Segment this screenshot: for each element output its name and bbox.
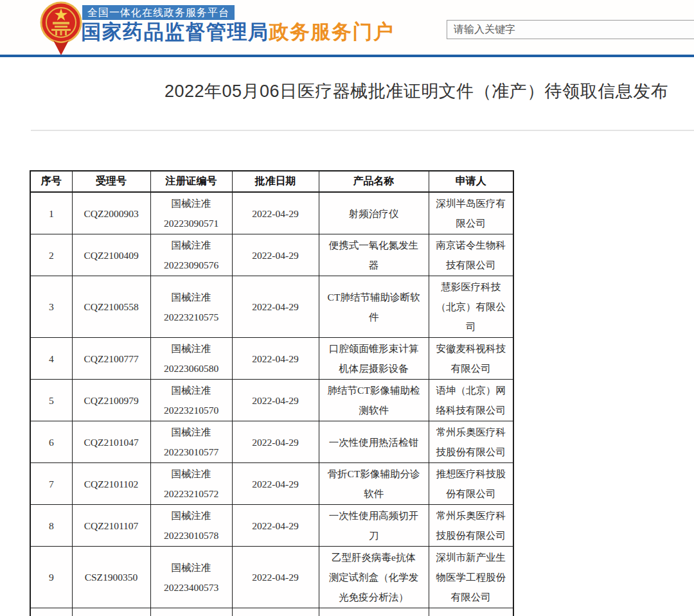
cell-applicant: 深圳半岛医疗有 限公司 <box>429 192 513 234</box>
cell-product-name: 口腔颌面锥形束计算 机体层摄影设备 <box>319 338 429 380</box>
title-divider <box>31 130 694 131</box>
column-header-seq: 序号 <box>30 171 72 192</box>
cell-seq: 6 <box>30 421 72 463</box>
cell-approval-date: 2022-04-29 <box>232 547 319 608</box>
table-row: 4CQZ2100777国械注准 202230605802022-04-29口腔颌… <box>30 338 513 380</box>
cell-applicant: 常州乐奥医疗科 技股份有限公司 <box>429 505 513 547</box>
cell-applicant: 语坤（北京）网 络科技有限公司 <box>429 380 513 421</box>
table-header-row: 序号 受理号 注册证编号 批准日期 产品名称 申请人 <box>30 171 513 192</box>
cell-registration-no: 国械注准 20223090571 <box>150 192 232 234</box>
cell-acceptance-no: CQZ2101047 <box>72 421 150 463</box>
site-header: 全国一体化在线政务服务平台 国家药品监督管理局政务服务门户 <box>0 0 694 55</box>
cell-acceptance-no: CQZ2100558 <box>72 276 150 338</box>
column-header-acceptance-no: 受理号 <box>72 171 150 192</box>
portal-name: 政务服务门户 <box>269 21 395 43</box>
cell-product-name: 肺结节CT影像辅助检 测软件 <box>319 380 429 421</box>
cell-registration-no: 国械注准 20223210572 <box>150 463 232 505</box>
table-row: 2CQZ2100409国械注准 202230905762022-04-29便携式… <box>30 234 513 276</box>
approval-table: 序号 受理号 注册证编号 批准日期 产品名称 申请人 1CQZ2000903国械… <box>30 170 514 616</box>
table-row: 7CQZ2101102国械注准 202232105722022-04-29骨折C… <box>30 463 513 505</box>
table-row: 5CQZ2100979国械注准 202232105702022-04-29肺结节… <box>30 380 513 421</box>
page: 全国一体化在线政务服务平台 国家药品监督管理局政务服务门户 2022年05月06… <box>0 0 694 616</box>
column-header-product-name: 产品名称 <box>319 171 429 192</box>
table-row: 6CQZ2101047国械注准 202230105772022-04-29一次性… <box>30 421 513 463</box>
cell-registration-no: 国械注准 20223210575 <box>150 276 232 338</box>
table-row: 8CQZ2101107国械注准 202230105782022-04-29一次性… <box>30 505 513 547</box>
cell-product-name: 一次性使用高频切开 刀 <box>319 505 429 547</box>
cell-empty <box>429 608 513 616</box>
cell-approval-date: 2022-04-29 <box>232 276 319 338</box>
cell-applicant: 慧影医疗科技 （北京）有限公 司 <box>429 276 513 338</box>
cell-empty <box>232 608 319 616</box>
header-divider <box>0 55 694 57</box>
cell-empty <box>150 608 232 616</box>
national-emblem-icon <box>40 1 82 56</box>
cell-acceptance-no: CQZ2101102 <box>72 463 150 505</box>
cell-registration-no: 国械注准 20223090576 <box>150 234 232 276</box>
table-row: 1CQZ2000903国械注准 202230905712022-04-29射频治… <box>30 192 513 234</box>
cell-seq: 9 <box>30 547 72 608</box>
site-logo-title: 国家药品监督管理局政务服务门户 <box>81 19 395 46</box>
cell-acceptance-no: CQZ2100777 <box>72 338 150 380</box>
cell-seq: 3 <box>30 276 72 338</box>
cell-product-name: 便携式一氧化氮发生 器 <box>319 234 429 276</box>
cell-seq: 5 <box>30 380 72 421</box>
cell-approval-date: 2022-04-29 <box>232 338 319 380</box>
cell-empty <box>72 608 150 616</box>
page-title: 2022年05月06日医疗器械批准证明文件（准产）待领取信息发布 <box>165 80 668 103</box>
cell-approval-date: 2022-04-29 <box>232 234 319 276</box>
cell-seq: 1 <box>30 192 72 234</box>
cell-empty <box>319 608 429 616</box>
cell-seq: 4 <box>30 338 72 380</box>
cell-applicant: 安徽麦科视科技 有限公司 <box>429 338 513 380</box>
table-row-partial <box>30 608 513 616</box>
cell-acceptance-no: CQZ2000903 <box>72 192 150 234</box>
cell-product-name: 乙型肝炎病毒e抗体 测定试剂盒（化学发 光免疫分析法） <box>319 547 429 608</box>
cell-product-name: 骨折CT影像辅助分诊 软件 <box>319 463 429 505</box>
column-header-approval-date: 批准日期 <box>232 171 319 192</box>
cell-registration-no: 国械注准 20223400573 <box>150 547 232 608</box>
cell-acceptance-no: CSZ1900350 <box>72 547 150 608</box>
search-input[interactable] <box>447 20 694 39</box>
cell-product-name: 射频治疗仪 <box>319 192 429 234</box>
cell-acceptance-no: CQZ2100409 <box>72 234 150 276</box>
cell-product-name: CT肺结节辅助诊断软 件 <box>319 276 429 338</box>
table-row: 3CQZ2100558国械注准 202232105752022-04-29CT肺… <box>30 276 513 338</box>
cell-registration-no: 国械注准 20223060580 <box>150 338 232 380</box>
table-row: 9CSZ1900350国械注准 202234005732022-04-29乙型肝… <box>30 547 513 608</box>
cell-acceptance-no: CQZ2101107 <box>72 505 150 547</box>
cell-approval-date: 2022-04-29 <box>232 192 319 234</box>
cell-applicant: 推想医疗科技股 份有限公司 <box>429 463 513 505</box>
cell-approval-date: 2022-04-29 <box>232 463 319 505</box>
platform-badge: 全国一体化在线政务服务平台 <box>82 5 235 20</box>
agency-name: 国家药品监督管理局 <box>81 21 269 43</box>
table-body: 1CQZ2000903国械注准 202230905712022-04-29射频治… <box>30 192 513 616</box>
cell-acceptance-no: CQZ2100979 <box>72 380 150 421</box>
cell-registration-no: 国械注准 20223010577 <box>150 421 232 463</box>
cell-approval-date: 2022-04-29 <box>232 421 319 463</box>
cell-applicant: 常州乐奥医疗科 技股份有限公司 <box>429 421 513 463</box>
cell-applicant: 深圳市新产业生 物医学工程股份 有限公司 <box>429 547 513 608</box>
cell-applicant: 南京诺令生物科 技有限公司 <box>429 234 513 276</box>
cell-seq: 8 <box>30 505 72 547</box>
cell-registration-no: 国械注准 20223010578 <box>150 505 232 547</box>
cell-seq: 7 <box>30 463 72 505</box>
cell-approval-date: 2022-04-29 <box>232 380 319 421</box>
table-header: 序号 受理号 注册证编号 批准日期 产品名称 申请人 <box>30 171 513 192</box>
column-header-registration-no: 注册证编号 <box>150 171 232 192</box>
column-header-applicant: 申请人 <box>429 171 513 192</box>
cell-product-name: 一次性使用热活检钳 <box>319 421 429 463</box>
cell-registration-no: 国械注准 20223210570 <box>150 380 232 421</box>
cell-approval-date: 2022-04-29 <box>232 505 319 547</box>
cell-empty <box>30 608 72 616</box>
cell-seq: 2 <box>30 234 72 276</box>
